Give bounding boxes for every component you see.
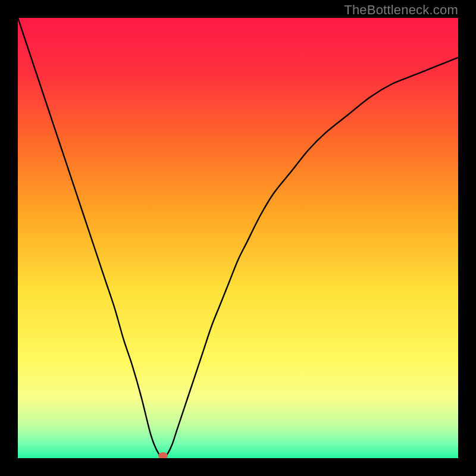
plot-area [18, 18, 458, 458]
bottleneck-curve [18, 18, 458, 458]
chart-frame: TheBottleneck.com [0, 0, 476, 476]
watermark-text: TheBottleneck.com [344, 2, 458, 18]
optimal-point-marker [158, 452, 168, 458]
